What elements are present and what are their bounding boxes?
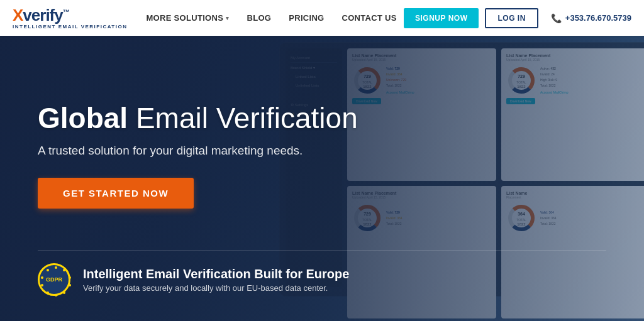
nav-links: MORE SOLUTIONS ▾ BLOG PRICING CONTACT US [146, 13, 404, 23]
svg-point-31 [41, 284, 43, 286]
nav-more-solutions[interactable]: MORE SOLUTIONS ▾ [146, 13, 229, 23]
phone-area: 📞 +353.76.670.5739 [551, 13, 631, 23]
svg-point-30 [47, 291, 49, 294]
hero-bottom-text: Intelligent Email Verification Built for… [83, 266, 349, 293]
hero-main: Global Email Verification A trusted solu… [38, 61, 606, 250]
logo-x: X [13, 6, 23, 24]
svg-point-25 [63, 269, 65, 271]
hero-headline: Global Email Verification [38, 102, 390, 134]
logo-tm: ™ [63, 8, 69, 16]
hero-section: My Account Brand Shield ▾ Linked Lists U… [0, 36, 644, 321]
logo-verify: verify [23, 6, 62, 24]
hero-bottom-subtitle: Verify your data securely and locally wi… [83, 283, 349, 293]
nav-blog[interactable]: BLOG [247, 13, 271, 23]
svg-point-26 [69, 276, 71, 279]
nav-actions: SIGNUP NOW LOG IN 📞 +353.76.670.5739 [404, 8, 631, 28]
svg-point-24 [55, 266, 57, 269]
nav-contact-us[interactable]: CONTACT US [342, 13, 397, 23]
svg-point-33 [47, 269, 49, 271]
hero-bottom-title: Intelligent Email Verification Built for… [83, 266, 349, 281]
svg-point-32 [41, 276, 43, 279]
hero-headline-bold: Global [38, 102, 128, 134]
login-button[interactable]: LOG IN [485, 8, 538, 28]
phone-number: +353.76.670.5739 [565, 13, 631, 23]
svg-point-28 [63, 291, 65, 294]
chevron-down-icon: ▾ [226, 15, 229, 21]
svg-point-29 [55, 294, 57, 297]
gdpr-badge: GDPR [38, 263, 70, 296]
logo-text: Xverify™ [13, 7, 127, 23]
navbar: Xverify™ INTELLIGENT EMAIL VERIFICATION … [0, 0, 644, 36]
logo-tagline: INTELLIGENT EMAIL VERIFICATION [13, 24, 127, 30]
hero-content: Global Email Verification A trusted solu… [0, 36, 644, 321]
cta-button[interactable]: GET STARTED NOW [38, 178, 194, 209]
hero-bottom-banner: GDPR Intelligent Email Verification Buil… [38, 250, 606, 296]
logo[interactable]: Xverify™ INTELLIGENT EMAIL VERIFICATION [13, 7, 127, 30]
hero-subheadline: A trusted solution for your digital mark… [38, 144, 352, 158]
signup-button[interactable]: SIGNUP NOW [404, 8, 479, 28]
phone-icon: 📞 [551, 13, 562, 23]
svg-point-27 [69, 284, 71, 286]
nav-pricing[interactable]: PRICING [289, 13, 324, 23]
